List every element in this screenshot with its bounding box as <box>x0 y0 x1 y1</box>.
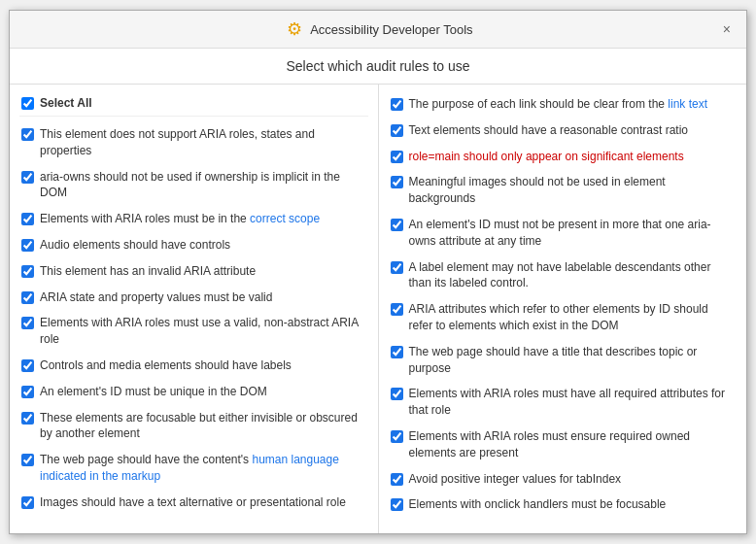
list-item: These elements are focusable but either … <box>19 406 368 447</box>
rule-label: The purpose of each link should be clear… <box>409 96 708 113</box>
rule-label: An element's ID must be unique in the DO… <box>40 384 267 400</box>
rule-checkbox[interactable] <box>391 261 403 274</box>
close-button[interactable]: × <box>719 22 735 36</box>
rule-label: An element's ID must not be present in m… <box>409 217 736 250</box>
rule-label: Elements with ARIA roles must ensure req… <box>409 428 736 461</box>
rule-checkbox[interactable] <box>21 239 34 252</box>
list-item: Elements with onclick handlers must be f… <box>389 493 738 517</box>
list-item: The web page should have the content's h… <box>19 448 368 489</box>
rule-checkbox[interactable] <box>21 359 34 372</box>
rule-checkbox[interactable] <box>21 386 34 398</box>
dialog: ⚙ Accessibility Developer Tools × Select… <box>9 10 747 534</box>
rule-checkbox[interactable] <box>21 171 34 184</box>
rule-checkbox[interactable] <box>391 151 403 163</box>
list-item: Meaningful images should not be used in … <box>389 170 738 211</box>
rule-label: Text elements should have a reasonable c… <box>409 122 689 139</box>
list-item: Elements with ARIA roles must ensure req… <box>389 425 738 465</box>
rule-checkbox[interactable] <box>21 454 34 466</box>
correct-scope-link[interactable]: correct scope <box>250 212 320 225</box>
rule-checkbox[interactable] <box>391 303 403 316</box>
list-item: A label element may not have labelable d… <box>389 255 738 296</box>
link-text-link[interactable]: link text <box>668 97 707 111</box>
rule-label: Elements with onclick handlers must be f… <box>409 496 667 513</box>
left-column: Select All This element does not support… <box>10 85 379 533</box>
rule-label: Avoid positive integer values for tabInd… <box>409 471 622 488</box>
list-item: Avoid positive integer values for tabInd… <box>389 467 738 492</box>
rule-checkbox[interactable] <box>391 176 403 188</box>
list-item: Elements with ARIA roles must have all r… <box>389 382 738 423</box>
select-all-checkbox[interactable] <box>21 97 34 110</box>
list-item: The purpose of each link should be clear… <box>389 92 738 117</box>
select-all-label: Select All <box>40 96 92 110</box>
rule-checkbox[interactable] <box>391 124 403 137</box>
subtitle-text: Select which audit rules to use <box>286 58 469 74</box>
rule-label: role=main should only appear on signific… <box>409 149 684 165</box>
list-item: Audio elements should have controls <box>19 233 368 257</box>
content-area: Select All This element does not support… <box>10 85 746 533</box>
rule-label: Meaningful images should not be used in … <box>409 174 736 207</box>
rule-checkbox[interactable] <box>21 317 34 329</box>
list-item: The web page should have a title that de… <box>389 340 738 381</box>
rule-checkbox[interactable] <box>21 496 34 509</box>
rule-label: Images should have a text alternative or… <box>40 494 346 511</box>
list-item: An element's ID must not be present in m… <box>389 213 738 254</box>
rule-label: The web page should have the content's h… <box>40 452 366 485</box>
rule-checkbox[interactable] <box>21 291 34 304</box>
rule-checkbox[interactable] <box>391 219 403 231</box>
gear-icon: ⚙ <box>287 18 302 40</box>
list-item: This element has an invalid ARIA attribu… <box>19 259 368 284</box>
rule-checkbox[interactable] <box>21 412 34 425</box>
rule-checkbox[interactable] <box>391 430 403 443</box>
rule-label: Elements with ARIA roles must use a vali… <box>40 315 366 348</box>
rule-checkbox[interactable] <box>391 498 403 511</box>
rule-checkbox[interactable] <box>391 473 403 486</box>
list-item: Text elements should have a reasonable c… <box>389 119 738 143</box>
list-item: Images should have a text alternative or… <box>19 491 368 515</box>
rule-checkbox[interactable] <box>21 265 34 278</box>
rule-label: ARIA state and property values must be v… <box>40 289 272 306</box>
rule-label: These elements are focusable but either … <box>40 410 366 443</box>
dialog-title: Accessibility Developer Tools <box>310 22 472 37</box>
list-item: role=main should only appear on signific… <box>389 145 738 169</box>
list-item: This element does not support ARIA roles… <box>19 122 368 163</box>
human-language-link[interactable]: human language indicated in the markup <box>40 453 339 483</box>
list-item: Elements with ARIA roles must use a vali… <box>19 311 368 352</box>
rule-label: Elements with ARIA roles must have all r… <box>409 386 736 419</box>
rule-checkbox[interactable] <box>391 346 403 358</box>
rule-label: A label element may not have labelable d… <box>409 259 736 292</box>
list-item: Controls and media elements should have … <box>19 354 368 378</box>
rule-label: ARIA attributes which refer to other ele… <box>409 301 736 334</box>
rule-checkbox[interactable] <box>21 128 34 141</box>
rule-label: This element has an invalid ARIA attribu… <box>40 263 256 280</box>
right-column: The purpose of each link should be clear… <box>379 85 747 533</box>
title-bar: ⚙ Accessibility Developer Tools × <box>10 11 746 49</box>
rule-checkbox[interactable] <box>391 98 403 111</box>
rule-label: Controls and media elements should have … <box>40 357 292 374</box>
rule-label: The web page should have a title that de… <box>409 344 736 377</box>
title-bar-content: ⚙ Accessibility Developer Tools <box>41 18 719 40</box>
list-item: ARIA attributes which refer to other ele… <box>389 297 738 338</box>
rule-label: aria-owns should not be used if ownershi… <box>40 169 366 202</box>
rule-label: Elements with ARIA roles must be in the … <box>40 211 320 227</box>
list-item: An element's ID must be unique in the DO… <box>19 380 368 404</box>
subtitle-bar: Select which audit rules to use <box>10 49 746 85</box>
list-item: Elements with ARIA roles must be in the … <box>19 207 368 231</box>
rule-label: Audio elements should have controls <box>40 237 230 254</box>
rule-checkbox[interactable] <box>21 213 34 225</box>
select-all-row: Select All <box>19 92 368 117</box>
list-item: aria-owns should not be used if ownershi… <box>19 165 368 206</box>
rule-label: This element does not support ARIA roles… <box>40 126 366 159</box>
list-item: ARIA state and property values must be v… <box>19 286 368 310</box>
rule-checkbox[interactable] <box>391 388 403 400</box>
